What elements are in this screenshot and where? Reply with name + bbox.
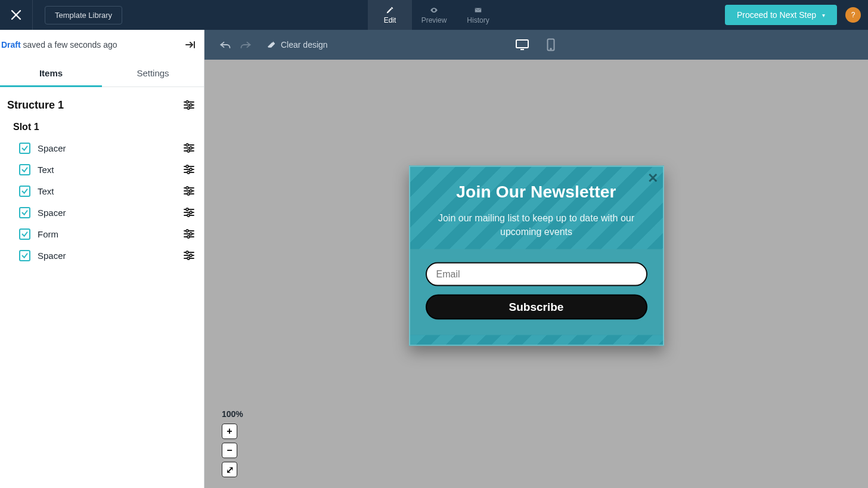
item-label: Spacer <box>38 143 174 153</box>
tab-edit[interactable]: Edit <box>368 0 412 30</box>
zoom-level: 100% <box>222 409 243 419</box>
popup-content: Join Our Newsletter Join our mailing lis… <box>410 167 663 335</box>
subscribe-button[interactable]: Subscribe <box>426 295 647 320</box>
checkbox[interactable] <box>19 228 30 240</box>
item-label: Spacer <box>38 251 174 261</box>
svg-point-37 <box>187 214 190 217</box>
mode-tab-label: History <box>467 16 489 24</box>
device-switch <box>513 38 560 52</box>
design-canvas[interactable]: ✕ Join Our Newsletter Join our mailing l… <box>204 60 868 488</box>
checkbox[interactable] <box>19 250 30 261</box>
item-label: Form <box>38 229 174 239</box>
chevron-down-icon: ▾ <box>822 12 825 18</box>
item-label: Text <box>38 186 174 196</box>
item-settings-button[interactable] <box>181 227 197 241</box>
tab-settings[interactable]: Settings <box>102 60 204 87</box>
header-right: Proceed to Next Step ▾ ? <box>725 5 868 25</box>
structure-header: Structure 1 <box>7 95 197 118</box>
panel-body: Structure 1 Slot 1 Spacer Text Text Spac… <box>0 87 204 266</box>
proceed-label: Proceed to Next Step <box>737 10 816 20</box>
undo-button[interactable] <box>215 35 235 55</box>
checkbox[interactable] <box>19 186 30 197</box>
zoom-in-button[interactable]: + <box>222 424 237 439</box>
email-field[interactable] <box>426 262 647 286</box>
tab-preview[interactable]: Preview <box>412 0 456 30</box>
saved-label: saved a few seconds ago <box>21 40 117 50</box>
list-item[interactable]: Spacer <box>7 245 197 266</box>
desktop-view-button[interactable] <box>513 38 531 52</box>
header-left: Template Library <box>0 0 122 30</box>
item-label: Text <box>38 165 174 175</box>
item-settings-button[interactable] <box>181 205 197 220</box>
mode-tab-label: Edit <box>384 16 396 24</box>
tab-history[interactable]: History <box>456 0 500 30</box>
svg-point-5 <box>550 48 551 50</box>
checkbox[interactable] <box>19 143 30 154</box>
draft-label: Draft <box>1 40 21 50</box>
redo-button[interactable] <box>235 35 256 55</box>
svg-point-25 <box>187 171 190 174</box>
tab-settings-label: Settings <box>137 68 169 78</box>
envelope-icon <box>474 6 482 14</box>
list-item[interactable]: Text <box>7 159 197 180</box>
svg-rect-2 <box>516 40 528 48</box>
pencil-icon <box>386 6 394 14</box>
editor-toolbar: Clear design <box>204 30 868 60</box>
zoom-controls: 100% + − ⤢ <box>222 409 243 477</box>
template-library-button[interactable]: Template Library <box>45 6 122 24</box>
svg-point-29 <box>190 190 192 192</box>
svg-point-41 <box>190 233 192 235</box>
svg-point-43 <box>187 236 190 238</box>
mode-tab-label: Preview <box>421 16 447 24</box>
app-header: Template Library Edit Preview History Pr… <box>0 0 868 30</box>
svg-point-27 <box>186 187 188 189</box>
item-settings-button[interactable] <box>181 141 197 155</box>
collapse-panel-button[interactable] <box>182 38 198 51</box>
popup-form: Subscribe <box>410 249 663 335</box>
svg-point-9 <box>186 101 188 103</box>
svg-point-23 <box>190 168 192 171</box>
list-item[interactable]: Spacer <box>7 137 197 159</box>
clear-design-button[interactable]: Clear design <box>266 40 328 50</box>
items-panel: Draft saved a few seconds ago Items Sett… <box>0 30 204 488</box>
structure-title: Structure 1 <box>7 99 64 112</box>
svg-point-33 <box>186 208 188 211</box>
popup-preview[interactable]: ✕ Join Our Newsletter Join our mailing l… <box>409 166 664 346</box>
save-status-row: Draft saved a few seconds ago <box>0 30 204 60</box>
save-status-text: Draft saved a few seconds ago <box>1 40 117 50</box>
popup-title: Join Our Newsletter <box>423 183 650 202</box>
mobile-view-button[interactable] <box>542 38 560 52</box>
list-item[interactable]: Text <box>7 180 197 202</box>
mode-tabs: Edit Preview History <box>368 0 500 30</box>
checkbox[interactable] <box>19 207 30 218</box>
popup-close-button[interactable]: ✕ <box>647 171 658 186</box>
proceed-button[interactable]: Proceed to Next Step ▾ <box>725 5 837 25</box>
eraser-icon <box>266 40 276 50</box>
list-item[interactable]: Spacer <box>7 202 197 223</box>
svg-point-45 <box>186 251 188 254</box>
zoom-out-button[interactable]: − <box>222 443 237 458</box>
checkbox[interactable] <box>19 164 30 175</box>
tab-items[interactable]: Items <box>0 60 102 87</box>
avatar[interactable]: ? <box>845 7 861 23</box>
svg-point-39 <box>186 230 188 232</box>
item-settings-button[interactable] <box>181 248 197 262</box>
svg-point-11 <box>190 104 192 106</box>
zoom-fit-button[interactable]: ⤢ <box>222 462 237 477</box>
popup-bottom-edge <box>410 335 663 345</box>
popup-subtitle: Join our mailing list to keep up to date… <box>423 211 650 239</box>
item-settings-button[interactable] <box>181 162 197 177</box>
item-label: Spacer <box>38 208 174 218</box>
svg-point-49 <box>187 257 190 260</box>
svg-point-47 <box>190 254 192 257</box>
svg-point-13 <box>187 107 190 109</box>
panel-tabs: Items Settings <box>0 60 204 87</box>
close-button[interactable] <box>0 0 33 30</box>
slot-title: Slot 1 <box>7 118 197 137</box>
structure-settings-button[interactable] <box>181 98 197 112</box>
list-item[interactable]: Form <box>7 223 197 245</box>
svg-point-35 <box>190 211 192 214</box>
item-settings-button[interactable] <box>181 184 197 198</box>
svg-point-15 <box>186 144 188 146</box>
eye-icon <box>430 6 438 14</box>
